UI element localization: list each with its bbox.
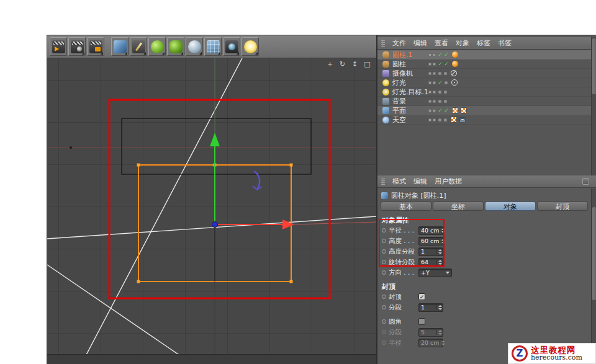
tab-object[interactable]: 对象 xyxy=(485,202,536,211)
spline-pen-button[interactable] xyxy=(130,37,147,56)
height-input[interactable]: 60 cm xyxy=(418,237,443,246)
caps-checkbox[interactable]: ✓ xyxy=(418,293,425,300)
y-axis-arrow[interactable] xyxy=(210,133,220,146)
keyframe-circle-icon[interactable] xyxy=(382,319,386,324)
layer-toggle[interactable] xyxy=(428,109,431,112)
layer-toggle[interactable] xyxy=(433,53,436,56)
pan-icon[interactable]: + xyxy=(326,60,334,69)
keyframe-circle-icon[interactable] xyxy=(382,239,386,243)
menu-file[interactable]: 文件 xyxy=(392,38,406,48)
x-axis-arrow[interactable] xyxy=(282,220,294,229)
layer-toggle[interactable] xyxy=(428,72,431,75)
layer-toggle[interactable] xyxy=(428,100,431,103)
spinner[interactable] xyxy=(440,239,445,244)
layer-toggle[interactable] xyxy=(433,118,436,122)
editor-visibility-toggle[interactable] xyxy=(438,91,441,94)
render-visibility-toggle[interactable]: ✓ xyxy=(443,107,449,113)
height-segments-input[interactable]: 1 xyxy=(418,247,443,256)
tab-caps[interactable]: 封顶 xyxy=(537,202,588,211)
layer-toggle[interactable] xyxy=(433,81,436,84)
object-row-cylinder1[interactable]: 圆柱.1 ✓ ✓ xyxy=(377,50,591,60)
scene-objects-button[interactable] xyxy=(204,37,222,56)
render-visibility-toggle[interactable] xyxy=(445,81,448,84)
texture-tag-icon[interactable] xyxy=(452,107,458,113)
panel-options-icon[interactable] xyxy=(582,178,589,185)
keyframe-circle-icon[interactable] xyxy=(382,305,386,309)
cap-segments-input[interactable]: 1 xyxy=(418,303,443,312)
radius-input[interactable]: 40 cm xyxy=(418,226,443,235)
object-row-light-target[interactable]: 灯光.目标.1 xyxy=(377,87,591,97)
scrollbar-thumb[interactable] xyxy=(592,38,596,94)
object-row-light[interactable]: 灯光 ✓ xyxy=(377,78,591,87)
keyframe-circle-icon[interactable] xyxy=(382,228,386,233)
fillet-checkbox[interactable] xyxy=(418,318,425,325)
keyframe-circle-icon[interactable] xyxy=(382,295,386,299)
tab-basic[interactable]: 基本 xyxy=(381,202,431,211)
keyframe-circle-icon[interactable] xyxy=(382,249,386,254)
render-visibility-toggle[interactable]: ✓ xyxy=(443,51,449,58)
object-row-camera[interactable]: 摄像机 xyxy=(377,69,591,78)
viewport-canvas[interactable] xyxy=(47,58,376,354)
keyframe-circle-icon[interactable] xyxy=(382,270,386,275)
layer-toggle[interactable] xyxy=(428,81,431,84)
menu-view[interactable]: 查看 xyxy=(435,38,448,48)
section-header-caps[interactable]: 封顶 xyxy=(377,282,591,290)
layer-toggle[interactable] xyxy=(428,63,431,66)
editor-visibility-toggle[interactable] xyxy=(438,118,441,122)
menu-bookmarks[interactable]: 书签 xyxy=(498,38,512,48)
tab-coordinates[interactable]: 坐标 xyxy=(433,202,484,211)
layer-toggle[interactable] xyxy=(433,109,436,112)
object-row-background[interactable]: 背景 xyxy=(377,97,591,106)
object-row-cylinder[interactable]: 圆柱 ✓ ✓ xyxy=(377,60,591,69)
attribute-manager-scrollbar[interactable] xyxy=(591,189,596,364)
render-visibility-toggle[interactable] xyxy=(444,100,447,103)
orientation-dropdown[interactable]: +Y xyxy=(418,269,452,277)
keyframe-circle-icon[interactable] xyxy=(382,260,386,264)
layer-toggle[interactable] xyxy=(428,53,431,56)
layer-toggle[interactable] xyxy=(428,91,431,94)
render-settings-button[interactable] xyxy=(87,37,104,56)
editor-visibility-toggle[interactable] xyxy=(438,72,441,75)
maximize-icon[interactable]: □ xyxy=(363,60,371,69)
spinner[interactable] xyxy=(436,305,442,310)
object-manager-scrollbar[interactable] xyxy=(591,37,596,175)
render-visibility-toggle[interactable] xyxy=(444,72,447,75)
editor-visibility-toggle[interactable]: ✓ xyxy=(437,51,443,58)
spinner[interactable] xyxy=(440,228,445,233)
render-view-button[interactable] xyxy=(50,37,67,56)
scale-icon[interactable]: ↕ xyxy=(351,60,359,69)
sky-tag-icon[interactable] xyxy=(459,117,466,123)
editor-visibility-toggle[interactable]: ✓ xyxy=(437,61,443,67)
add-camera-button[interactable] xyxy=(223,37,240,56)
phong-tag-icon[interactable] xyxy=(452,61,458,67)
render-visibility-toggle[interactable] xyxy=(444,118,447,122)
generators-button[interactable] xyxy=(148,37,166,56)
editor-visibility-toggle[interactable] xyxy=(438,100,441,103)
layer-toggle[interactable] xyxy=(433,91,436,94)
add-cube-button[interactable] xyxy=(111,37,129,56)
menu-edit[interactable]: 编辑 xyxy=(413,38,427,48)
scrollbar-thumb[interactable] xyxy=(592,207,596,300)
menu-objects[interactable]: 对象 xyxy=(456,38,469,48)
rotation-segments-input[interactable]: 64 xyxy=(418,258,443,267)
menu-mode[interactable]: 模式 xyxy=(392,177,406,186)
panel-grip-icon[interactable] xyxy=(381,40,385,47)
section-header-object-properties[interactable]: 对象属性 xyxy=(377,216,591,224)
phong-tag-icon[interactable] xyxy=(452,51,458,58)
layer-toggle[interactable] xyxy=(433,100,436,103)
deformers-button[interactable] xyxy=(167,37,184,56)
add-light-button[interactable] xyxy=(242,37,259,56)
target-tag-icon[interactable] xyxy=(451,79,458,86)
texture-tag-icon[interactable] xyxy=(461,107,467,113)
spinner[interactable] xyxy=(436,249,442,254)
menu-user-data[interactable]: 用户数据 xyxy=(435,177,462,186)
layer-toggle[interactable] xyxy=(428,118,431,122)
origin-point[interactable] xyxy=(212,222,218,228)
menu-edit-attr[interactable]: 编辑 xyxy=(413,177,427,186)
editor-visibility-toggle[interactable]: ✓ xyxy=(437,79,443,86)
render-visibility-toggle[interactable] xyxy=(444,91,447,94)
spinner[interactable] xyxy=(436,260,442,265)
rotate-icon[interactable]: ↻ xyxy=(338,60,346,69)
texture-tag-icon[interactable] xyxy=(451,117,457,123)
render-visibility-toggle[interactable]: ✓ xyxy=(443,61,449,67)
